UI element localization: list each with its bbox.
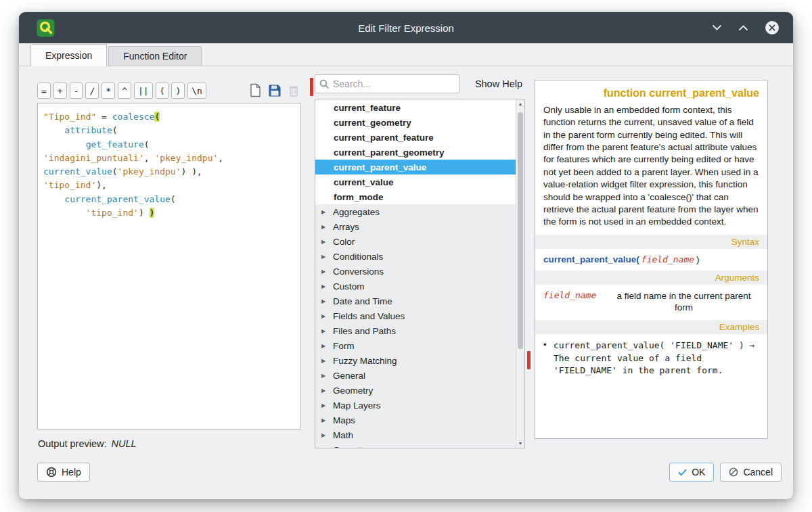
function-item-form_mode[interactable]: form_mode xyxy=(315,189,516,204)
splitter-handle-left[interactable] xyxy=(310,78,313,96)
operator-button[interactable]: \n xyxy=(187,83,206,99)
function-item-label: Aggregates xyxy=(333,207,380,217)
function-item-Math[interactable]: ▶Math xyxy=(315,427,516,442)
operator-button[interactable]: ^ xyxy=(118,83,131,99)
operator-button[interactable]: * xyxy=(102,83,115,99)
function-item-label: Color xyxy=(333,237,355,247)
function-item-current_value[interactable]: current_value xyxy=(315,174,516,189)
function-item-Maps[interactable]: ▶Maps xyxy=(315,413,516,427)
function-item-label: Arrays xyxy=(333,222,359,232)
example-item: • current_parent_value( 'FIELD_NAME' ) →… xyxy=(543,340,759,377)
syntax-header: Syntax xyxy=(535,235,767,249)
new-expression-icon[interactable] xyxy=(249,83,262,100)
expand-arrow-icon[interactable]: ▶ xyxy=(321,298,333,304)
argument-row: field_name a field name in the current p… xyxy=(543,290,759,315)
expand-arrow-icon[interactable]: ▶ xyxy=(321,417,333,423)
expand-arrow-icon[interactable]: ▶ xyxy=(321,328,333,334)
operator-button[interactable]: + xyxy=(53,83,67,99)
function-list-panel: Show Help current_featurecurrent_geometr… xyxy=(315,74,525,93)
function-item-Date and Time[interactable]: ▶Date and Time xyxy=(315,294,516,308)
operator-button[interactable]: ) xyxy=(171,83,185,99)
expand-arrow-icon[interactable]: ▶ xyxy=(321,373,333,379)
function-list[interactable]: current_featurecurrent_geometrycurrent_p… xyxy=(315,99,525,448)
syntax-close-paren: ) xyxy=(696,254,700,264)
expand-arrow-icon[interactable]: ▶ xyxy=(321,388,333,394)
function-item-label: Form xyxy=(333,341,355,351)
shade-chevron-down-icon[interactable] xyxy=(712,24,722,31)
operator-button[interactable]: = xyxy=(37,83,51,99)
example-code: current_parent_value( 'FIELD_NAME' ) → T… xyxy=(554,340,759,377)
argument-description: a field name in the current parent form xyxy=(608,290,759,315)
tab-function-editor[interactable]: Function Editor xyxy=(108,46,202,66)
expand-arrow-icon[interactable]: ▶ xyxy=(321,254,333,260)
function-item-Operators[interactable]: ▶Operators xyxy=(315,442,516,448)
titlebar[interactable]: Edit Filter Expression xyxy=(19,12,793,43)
scrollbar-track[interactable] xyxy=(516,108,524,439)
operator-button[interactable]: / xyxy=(85,83,99,99)
function-item-Custom[interactable]: ▶Custom xyxy=(315,279,516,294)
help-panel[interactable]: function current_parent_value Only usabl… xyxy=(535,80,768,439)
syntax-function-name: current_parent_value( xyxy=(543,254,639,264)
function-list-scrollbar[interactable]: ▲ ▼ xyxy=(516,99,524,448)
expand-arrow-icon[interactable]: ▶ xyxy=(321,343,333,349)
expand-arrow-icon[interactable]: ▶ xyxy=(321,402,333,409)
search-input[interactable] xyxy=(333,78,455,89)
expand-arrow-icon[interactable]: ▶ xyxy=(321,358,333,364)
function-item-current_parent_geometry[interactable]: current_parent_geometry xyxy=(315,145,516,160)
scrollbar-handle[interactable] xyxy=(518,112,523,349)
search-box[interactable] xyxy=(315,74,459,93)
output-preview-label: Output preview: xyxy=(38,438,107,449)
function-item-Arrays[interactable]: ▶Arrays xyxy=(315,219,516,234)
function-item-current_geometry[interactable]: current_geometry xyxy=(315,115,516,130)
cancel-button[interactable]: Cancel xyxy=(720,463,782,482)
function-item-label: General xyxy=(333,371,365,381)
expand-arrow-icon[interactable]: ▶ xyxy=(321,269,333,275)
expand-arrow-icon[interactable]: ▶ xyxy=(321,432,333,438)
function-item-current_parent_value[interactable]: current_parent_value xyxy=(315,160,516,174)
expression-editor[interactable]: "Tipo_ind" = coalesce( attribute( get_fe… xyxy=(37,103,301,429)
function-item-label: Operators xyxy=(333,445,374,449)
scroll-up-icon[interactable]: ▲ xyxy=(518,99,523,108)
delete-expression-icon[interactable] xyxy=(288,84,300,100)
help-button[interactable]: Help xyxy=(37,463,90,482)
function-item-label: Map Layers xyxy=(333,400,381,411)
expand-arrow-icon[interactable]: ▶ xyxy=(321,224,333,230)
function-item-Map Layers[interactable]: ▶Map Layers xyxy=(315,398,516,413)
operator-button[interactable]: || xyxy=(134,83,153,99)
expand-arrow-icon[interactable]: ▶ xyxy=(321,447,333,449)
function-item-Fields and Values[interactable]: ▶Fields and Values xyxy=(315,308,516,323)
expand-arrow-icon[interactable]: ▶ xyxy=(321,283,333,289)
tab-expression[interactable]: Expression xyxy=(30,44,107,66)
operator-button[interactable]: - xyxy=(70,83,83,99)
maximize-chevron-up-icon[interactable] xyxy=(738,24,748,31)
example-arrow: → xyxy=(750,340,755,350)
function-item-label: Custom xyxy=(333,281,365,292)
function-item-General[interactable]: ▶General xyxy=(315,368,516,383)
expand-arrow-icon[interactable]: ▶ xyxy=(321,239,333,245)
function-item-Form[interactable]: ▶Form xyxy=(315,338,516,353)
function-item-Geometry[interactable]: ▶Geometry xyxy=(315,383,516,398)
cancel-button-label: Cancel xyxy=(743,467,773,478)
ok-button[interactable]: OK xyxy=(669,463,714,482)
close-icon[interactable] xyxy=(765,20,780,35)
save-expression-icon[interactable] xyxy=(268,84,281,100)
function-item-Conditionals[interactable]: ▶Conditionals xyxy=(315,249,516,264)
show-help-button[interactable]: Show Help xyxy=(472,78,525,89)
function-item-Fuzzy Matching[interactable]: ▶Fuzzy Matching xyxy=(315,353,516,368)
operator-button[interactable]: ( xyxy=(156,83,169,99)
function-item-current_feature[interactable]: current_feature xyxy=(315,100,516,115)
function-item-label: Conditionals xyxy=(333,252,383,262)
expand-arrow-icon[interactable]: ▶ xyxy=(321,209,333,215)
function-item-label: current_feature xyxy=(334,103,401,113)
expand-arrow-icon[interactable]: ▶ xyxy=(321,313,333,319)
ok-check-icon xyxy=(678,469,687,476)
function-item-Aggregates[interactable]: ▶Aggregates xyxy=(315,204,516,219)
function-item-label: form_mode xyxy=(334,192,384,202)
function-item-current_parent_feature[interactable]: current_parent_feature xyxy=(315,130,516,145)
scroll-down-icon[interactable]: ▼ xyxy=(518,439,523,448)
function-item-Color[interactable]: ▶Color xyxy=(315,234,516,249)
function-item-Conversions[interactable]: ▶Conversions xyxy=(315,264,516,279)
function-item-Files and Paths[interactable]: ▶Files and Paths xyxy=(315,323,516,338)
qgis-logo xyxy=(37,19,55,37)
splitter-handle-right[interactable] xyxy=(527,351,531,369)
